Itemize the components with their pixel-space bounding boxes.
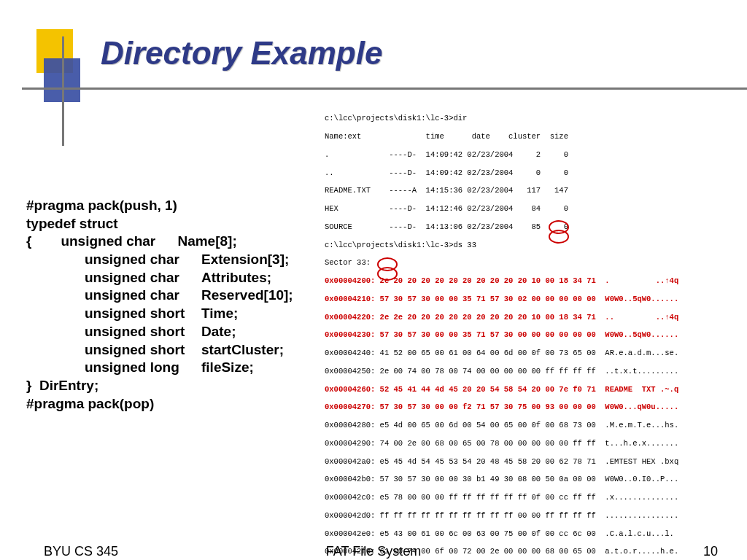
field-name: Extension[3]; (201, 252, 289, 267)
hex-row: 0x000042b0: 57 30 57 30 00 00 30 b1 49 3… (325, 475, 678, 483)
field-name: fileSize; (201, 359, 254, 375)
hex-row: 0x00004260: 52 45 41 44 4d 45 20 20 54 5… (325, 385, 678, 394)
field-name: Name[8]; (177, 233, 236, 249)
hex-dump: c:\lcc\projects\disk1:\lc-3>dir Name:ext… (325, 105, 740, 560)
field-type: unsigned short (85, 323, 201, 341)
field-type: unsigned short (85, 305, 201, 323)
footer-center: FAT File System (0, 544, 747, 559)
pragma-push: #pragma pack(push, 1) (26, 197, 293, 215)
brace-close: } DirEntry; (26, 377, 293, 395)
field-type: unsigned char (85, 287, 201, 305)
dir-header: Name:ext time date cluster size (325, 132, 568, 141)
hex-row: 0x00004290: 74 00 2e 00 68 00 65 00 78 0… (325, 439, 678, 448)
footer-page: 10 (703, 544, 718, 559)
hex-row: 0x00004200: 2e 20 20 20 20 20 20 20 20 2… (325, 276, 678, 285)
pragma-pop: #pragma pack(pop) (26, 395, 293, 413)
hex-row: 0x00004250: 2e 00 74 00 78 00 74 00 00 0… (325, 367, 678, 376)
hex-row: 0x00004240: 41 52 00 65 00 61 00 64 00 6… (325, 349, 678, 357)
field-name: Date; (201, 324, 236, 339)
slide-title: Directory Example (101, 35, 382, 71)
highlight-circle-74 (377, 267, 398, 281)
cmd-ds: c:\lcc\projects\disk1:\lc-3>ds 33 (325, 241, 476, 249)
hex-row: 0x000042a0: e5 45 4d 54 45 53 54 20 48 4… (325, 457, 678, 466)
typedef-line: typedef struct (26, 215, 293, 233)
hex-row: 0x000042e0: e5 43 00 61 00 6c 00 63 00 7… (325, 529, 674, 538)
cmd-dir: c:\lcc\projects\disk1:\lc-3>dir (325, 114, 467, 122)
hex-row: 0x00004220: 2e 2e 20 20 20 20 20 20 20 2… (325, 313, 678, 322)
field-type: unsigned char (61, 233, 177, 251)
highlight-circle-00 (549, 230, 569, 244)
struct-definition: #pragma pack(push, 1) typedef struct {un… (26, 197, 293, 413)
logo-vbar (62, 36, 64, 146)
field-type: unsigned char (85, 269, 201, 287)
dir-row: SOURCE ----D- 14:13:06 02/23/2004 85 0 (325, 222, 568, 231)
field-type: unsigned long (85, 359, 201, 377)
field-type: unsigned short (85, 341, 201, 359)
sector-label: Sector 33: (325, 258, 371, 267)
hex-row: 0x00004270: 57 30 57 30 00 00 f2 71 57 3… (325, 402, 678, 411)
hex-row: 0x000042d0: ff ff ff ff ff ff ff ff ff f… (325, 511, 678, 520)
hex-row: 0x00004230: 57 30 57 30 00 00 35 71 57 3… (325, 330, 678, 339)
field-name: startCluster; (201, 342, 284, 357)
hex-row: 0x00004210: 57 30 57 30 00 00 35 71 57 3… (325, 295, 678, 303)
field-name: Reserved[10]; (201, 287, 293, 303)
hex-row: 0x000042c0: e5 78 00 00 00 ff ff ff ff f… (325, 493, 678, 502)
field-type: unsigned char (85, 251, 201, 269)
hex-row: 0x00004280: e5 4d 00 65 00 6d 00 54 00 6… (325, 421, 678, 429)
dir-row: README.TXT -----A 14:15:36 02/23/2004 11… (325, 186, 568, 195)
field-name: Attributes; (201, 270, 271, 285)
field-name: Time; (201, 306, 238, 321)
dir-row: HEX ----D- 14:12:46 02/23/2004 84 0 (325, 204, 568, 213)
dir-row: .. ----D- 14:09:42 02/23/2004 0 0 (325, 168, 568, 177)
slide-logo (22, 29, 88, 120)
dir-row: . ----D- 14:09:42 02/23/2004 2 0 (325, 150, 568, 159)
logo-hbar (22, 88, 747, 90)
brace-open: { (26, 233, 31, 249)
